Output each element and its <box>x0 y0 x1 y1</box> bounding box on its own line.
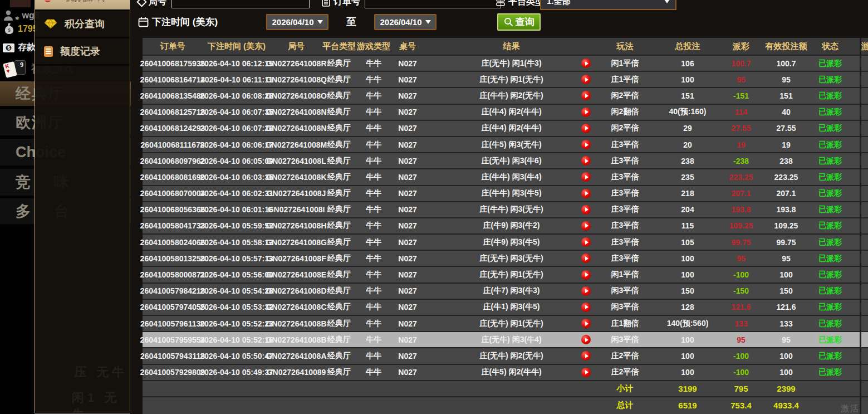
user-icon <box>3 9 16 22</box>
column-header: 有效投注额 <box>758 38 814 55</box>
cell-valid-bet: 100 <box>758 348 814 363</box>
column-header: 总投注 <box>651 38 724 55</box>
table-row[interactable]: 2604100681257182026-04-10 06:07:35GN0272… <box>143 105 868 121</box>
play-video-button[interactable] <box>581 351 591 361</box>
menu-item-points-query[interactable]: 积分查询 <box>35 11 130 38</box>
cell-platform-type: 经典厅 <box>322 202 356 217</box>
cell-total-bet: 100 <box>651 332 724 347</box>
cell-valid-bet: 95 <box>758 251 814 266</box>
table-row[interactable]: 2604100579595542026-04-10 05:52:16GN0272… <box>143 332 868 348</box>
table-row[interactable]: 2604100680816902026-04-10 06:03:35GN0272… <box>143 169 868 186</box>
play-video-button[interactable] <box>581 237 591 247</box>
svg-text:$: $ <box>8 27 11 33</box>
cell-platform-type: 经典厅 <box>322 88 356 103</box>
table-row[interactable]: 2604100681354862026-04-10 06:08:28GN0272… <box>143 88 868 104</box>
play-video-button[interactable] <box>581 319 591 328</box>
play-video-button[interactable] <box>581 59 591 68</box>
cell-order-id: 260410058013258 <box>143 251 203 266</box>
table-row[interactable]: 2604100681242932026-04-10 06:07:28GN0272… <box>143 121 868 137</box>
menu-item-video-games[interactable]: 视频游戏 <box>35 0 130 11</box>
table-row[interactable]: 2604100579611302026-04-10 05:52:23GN0272… <box>143 316 868 332</box>
column-header: 派彩 <box>724 38 758 55</box>
cell-platform-type: 经典厅 <box>322 153 356 168</box>
deposit-label: 存款 <box>18 42 36 53</box>
table-row[interactable]: 2604100580008712026-04-10 05:56:00GN0272… <box>143 267 868 283</box>
table-row[interactable]: 2604100580132582026-04-10 05:57:13GN0272… <box>143 251 868 267</box>
table-row[interactable]: 2604100681647142026-04-10 06:11:11GN0272… <box>143 72 868 88</box>
cell-total-bet: 106 <box>651 56 724 71</box>
play-video-button[interactable] <box>581 156 591 165</box>
play-video-button[interactable] <box>581 254 591 263</box>
cell-round-id: GN0272641008Q <box>271 72 322 87</box>
play-video-button[interactable] <box>581 124 591 133</box>
table-row[interactable]: 2604100680563662026-04-10 06:01:16GN0272… <box>143 202 868 218</box>
play-video-button[interactable] <box>581 108 591 117</box>
cell-play-type: 庄3平倍 <box>599 235 651 250</box>
cell-total-bet: 140(预:560) <box>651 316 724 331</box>
play-video-button[interactable] <box>581 368 591 377</box>
cell-payout: 99.75 <box>724 235 758 250</box>
cell-result: 庄(牛牛) 闲2(无牛) <box>424 88 599 103</box>
menu-item-label: 积分查询 <box>65 17 105 31</box>
play-video-button[interactable] <box>581 270 591 280</box>
cell-status: 已派彩 <box>814 105 846 120</box>
table-row[interactable]: 2604100580417332026-04-10 05:59:52GN0272… <box>143 218 868 235</box>
table-row[interactable]: 2604100579740552026-04-10 05:53:32GN0272… <box>143 300 868 316</box>
play-video-button[interactable] <box>581 140 591 149</box>
cell-valid-bet: 238 <box>758 153 814 168</box>
round-number-input[interactable] <box>171 0 310 8</box>
cell-table-no: N027 <box>391 56 424 71</box>
cell-valid-bet: 223.25 <box>758 169 814 184</box>
column-header: 订单号 <box>143 38 203 55</box>
cell-play-type: 闲1平倍 <box>599 56 651 71</box>
order-number-input[interactable] <box>365 0 501 8</box>
cell-payout: 109.25 <box>724 218 758 233</box>
play-video-button[interactable] <box>581 75 591 84</box>
cell-table-no: N027 <box>391 251 424 266</box>
cell-game-type: 牛牛 <box>356 365 391 380</box>
play-video-button[interactable] <box>581 189 591 198</box>
table-row[interactable]: 2604100579298092026-04-10 05:49:37GN0272… <box>143 365 868 381</box>
date-from-picker[interactable]: 2026/04/10 <box>266 14 328 30</box>
cell-play-type: 庄3平倍 <box>599 202 651 217</box>
menu-item-quota-records[interactable]: 额度记录 <box>35 38 130 66</box>
table-row[interactable]: 2604100681759352026-04-10 06:12:15GN0272… <box>143 56 868 72</box>
table-row[interactable]: 2604100580240662026-04-10 05:58:13GN0272… <box>143 235 868 251</box>
total-total-bet: 6519 <box>651 397 724 414</box>
table-row[interactable]: 2604100579431182026-04-10 05:50:47GN0272… <box>143 348 868 364</box>
play-video-button[interactable] <box>581 286 591 296</box>
date-to-picker[interactable]: 2026/04/10 <box>374 14 437 30</box>
table-row[interactable]: 2604100680979622026-04-10 06:05:00GN0272… <box>143 153 868 169</box>
cell-order-id: 260410058000871 <box>143 267 203 282</box>
cell-bet-time: 2026-04-10 06:07:35 <box>203 105 271 120</box>
cell-table-no: N027 <box>391 316 424 331</box>
column-header: 游戏类型 <box>356 38 391 55</box>
cell-game-type: 牛牛 <box>356 235 391 250</box>
play-video-button[interactable] <box>581 221 591 231</box>
play-video-button[interactable] <box>581 335 591 344</box>
cell-payout: 95 <box>724 332 758 347</box>
cell-round-id: GN0272641008F <box>271 251 322 266</box>
platform-type-select[interactable]: 1.全部 <box>540 0 676 10</box>
cell-play-type: 庄1平倍 <box>599 72 651 87</box>
play-video-button[interactable] <box>581 205 591 215</box>
play-video-button[interactable] <box>581 303 591 312</box>
table-row[interactable]: 2604100579842182026-04-10 05:54:28GN0272… <box>143 284 868 300</box>
cell-order-id: 260410068124293 <box>143 121 203 136</box>
search-button[interactable]: 查询 <box>497 13 541 31</box>
table-row[interactable]: 2604100680700042026-04-10 06:02:31GN0272… <box>143 186 868 202</box>
cell-play-type: 闲3平倍 <box>599 284 651 299</box>
cell-total-bet: 218 <box>651 186 724 201</box>
cell-bet-time: 2026-04-10 05:56:00 <box>203 267 271 282</box>
cell-status: 已派彩 <box>814 365 846 380</box>
table-row[interactable]: 2604100681116782026-04-10 06:06:17GN0272… <box>143 137 868 153</box>
deposit-button[interactable]: $ 存款 <box>2 42 36 53</box>
diamond-outline-icon <box>136 0 146 7</box>
cell-game-type: 牛牛 <box>356 72 391 87</box>
play-video-button[interactable] <box>581 172 591 182</box>
play-video-button[interactable] <box>581 91 591 100</box>
cell-bet-time: 2026-04-10 05:54:28 <box>203 284 271 299</box>
cell-payout: 193.8 <box>724 202 758 217</box>
stacked-list-icon <box>496 0 505 6</box>
cell-total-bet: 100 <box>651 348 724 363</box>
